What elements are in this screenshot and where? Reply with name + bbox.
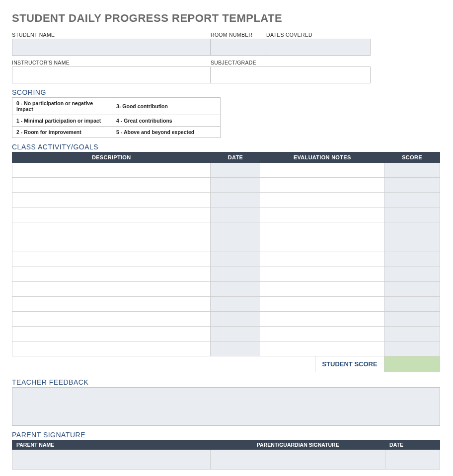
table-row (12, 341, 440, 356)
scoring-row: 2 - Room for improvement 5 - Above and b… (12, 127, 221, 138)
cell-date[interactable] (211, 252, 260, 267)
student-score-value[interactable] (384, 356, 440, 372)
cell-date[interactable] (211, 282, 260, 297)
scoring-row: 0 - No participation or negative impact … (12, 98, 221, 115)
cell-score[interactable] (384, 341, 440, 356)
cell-description[interactable] (12, 312, 211, 327)
table-row (12, 252, 440, 267)
input-subject-grade[interactable] (211, 67, 371, 83)
cell-description[interactable] (12, 341, 211, 356)
header-signature-date: DATE (385, 440, 440, 450)
cell-date[interactable] (211, 222, 260, 237)
header-score: SCORE (384, 152, 440, 163)
table-row (12, 267, 440, 282)
input-instructor-name[interactable] (12, 67, 211, 83)
field-dates-covered: DATES COVERED (266, 32, 371, 56)
heading-parent-signature: PARENT SIGNATURE (12, 431, 441, 439)
field-row-1: STUDENT NAME ROOM NUMBER DATES COVERED (12, 32, 441, 56)
cell-evaluation[interactable] (260, 178, 384, 193)
input-parent-signature[interactable] (211, 450, 385, 470)
cell-evaluation[interactable] (260, 341, 384, 356)
cell-description[interactable] (12, 267, 211, 282)
cell-score[interactable] (384, 207, 440, 222)
cell-score[interactable] (384, 163, 440, 178)
cell-evaluation[interactable] (260, 193, 384, 207)
cell-description[interactable] (12, 222, 211, 237)
cell-score[interactable] (384, 252, 440, 267)
field-instructor-name: INSTRUCTOR'S NAME (12, 60, 211, 83)
cell-date[interactable] (211, 207, 260, 222)
header-evaluation-notes: EVALUATION NOTES (260, 152, 384, 163)
student-score-row: STUDENT SCORE (12, 356, 440, 372)
label-student-name: STUDENT NAME (12, 32, 211, 38)
cell-evaluation[interactable] (260, 267, 384, 282)
table-row (12, 237, 440, 252)
cell-description[interactable] (12, 282, 211, 297)
cell-score[interactable] (384, 312, 440, 327)
header-date: DATE (211, 152, 260, 163)
cell-date[interactable] (211, 312, 260, 327)
input-dates-covered[interactable] (266, 39, 371, 56)
scoring-cell: 0 - No participation or negative impact (12, 98, 112, 115)
table-row (12, 222, 440, 237)
cell-date[interactable] (211, 193, 260, 207)
teacher-feedback-box[interactable] (12, 387, 440, 426)
cell-evaluation[interactable] (260, 207, 384, 222)
cell-date[interactable] (211, 178, 260, 193)
cell-score[interactable] (384, 297, 440, 312)
cell-description[interactable] (12, 327, 211, 341)
field-student-name: STUDENT NAME (12, 32, 211, 56)
cell-description[interactable] (12, 252, 211, 267)
label-instructor-name: INSTRUCTOR'S NAME (12, 60, 211, 66)
cell-evaluation[interactable] (260, 297, 384, 312)
activity-table: DESCRIPTION DATE EVALUATION NOTES SCORE (12, 152, 440, 356)
cell-evaluation[interactable] (260, 222, 384, 237)
cell-score[interactable] (384, 327, 440, 341)
heading-scoring: SCORING (12, 88, 441, 96)
cell-date[interactable] (211, 267, 260, 282)
header-parent-signature: PARENT/GUARDIAN SIGNATURE (211, 440, 385, 450)
scoring-cell: 5 - Above and beyond expected (112, 127, 221, 138)
signature-row (12, 450, 440, 470)
cell-evaluation[interactable] (260, 252, 384, 267)
cell-evaluation[interactable] (260, 282, 384, 297)
table-row (12, 282, 440, 297)
cell-score[interactable] (384, 237, 440, 252)
input-room-number[interactable] (211, 39, 266, 56)
table-row (12, 312, 440, 327)
cell-evaluation[interactable] (260, 312, 384, 327)
cell-score[interactable] (384, 282, 440, 297)
cell-score[interactable] (384, 222, 440, 237)
heading-activity: CLASS ACTIVITY/GOALS (12, 143, 441, 151)
table-row (12, 327, 440, 341)
cell-description[interactable] (12, 207, 211, 222)
cell-date[interactable] (211, 163, 260, 178)
scoring-row: 1 - Minimal participation or impact 4 - … (12, 115, 221, 127)
cell-description[interactable] (12, 163, 211, 178)
cell-score[interactable] (384, 193, 440, 207)
cell-score[interactable] (384, 178, 440, 193)
cell-description[interactable] (12, 178, 211, 193)
input-signature-date[interactable] (385, 450, 440, 470)
scoring-cell: 3- Good contribution (112, 98, 221, 115)
cell-evaluation[interactable] (260, 327, 384, 341)
scoring-cell: 4 - Great contributions (112, 115, 221, 127)
input-parent-name[interactable] (12, 450, 211, 470)
scoring-cell: 1 - Minimal participation or impact (12, 115, 112, 127)
cell-date[interactable] (211, 297, 260, 312)
field-row-2: INSTRUCTOR'S NAME SUBJECT/GRADE (12, 60, 441, 83)
header-parent-name: PARENT NAME (12, 440, 211, 450)
cell-description[interactable] (12, 297, 211, 312)
cell-evaluation[interactable] (260, 237, 384, 252)
cell-date[interactable] (211, 327, 260, 341)
cell-description[interactable] (12, 193, 211, 207)
cell-description[interactable] (12, 237, 211, 252)
cell-score[interactable] (384, 267, 440, 282)
table-row (12, 178, 440, 193)
page-title: STUDENT DAILY PROGRESS REPORT TEMPLATE (12, 12, 441, 25)
input-student-name[interactable] (12, 39, 211, 56)
table-row (12, 297, 440, 312)
cell-evaluation[interactable] (260, 163, 384, 178)
cell-date[interactable] (211, 237, 260, 252)
cell-date[interactable] (211, 341, 260, 356)
